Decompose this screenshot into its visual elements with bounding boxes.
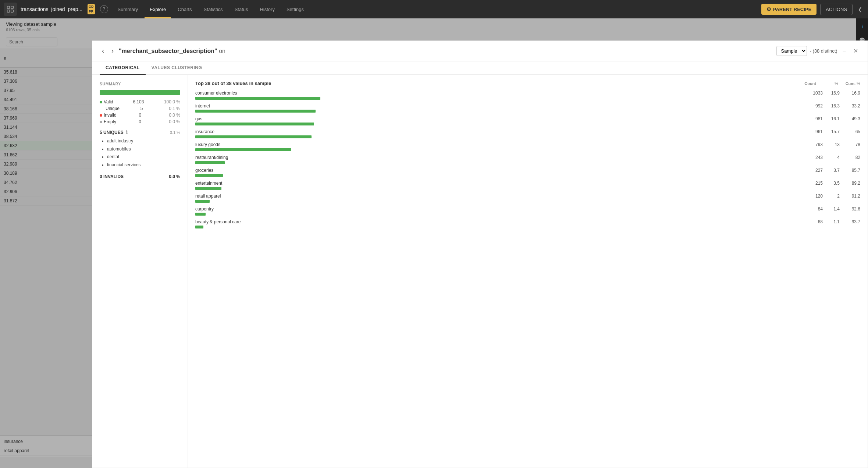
cum-header: Cum. % bbox=[838, 81, 860, 86]
value-name: luxury goods bbox=[195, 142, 802, 147]
value-count: 215 bbox=[804, 181, 823, 186]
value-cum: 93.7 bbox=[842, 219, 860, 224]
modal-body: SUMMARY Valid 6,103 100.0 % Unique bbox=[92, 75, 868, 468]
column-analysis-modal: ‹ › "merchant_subsector_description" on … bbox=[92, 40, 868, 468]
value-bar-track bbox=[195, 110, 860, 113]
list-item: automobiles bbox=[107, 145, 180, 153]
tab-statistics[interactable]: Statistics bbox=[199, 0, 228, 18]
value-items-container: consumer electronics 1033 16.9 16.9 inte… bbox=[195, 91, 860, 228]
value-pct: 3.5 bbox=[825, 181, 840, 186]
value-bar bbox=[195, 97, 320, 100]
tab-summary[interactable]: Summary bbox=[113, 0, 143, 18]
value-count: 793 bbox=[804, 142, 823, 147]
value-item: restaurant/dining 243 4 82 bbox=[195, 155, 860, 164]
value-count: 981 bbox=[804, 116, 823, 121]
prev-column-button[interactable]: ‹ bbox=[100, 46, 106, 56]
value-bar bbox=[195, 213, 206, 216]
close-button[interactable]: ✕ bbox=[851, 47, 860, 55]
value-name: carpentry bbox=[195, 206, 802, 212]
value-item: luxury goods 793 13 78 bbox=[195, 142, 860, 151]
value-count: 84 bbox=[804, 206, 823, 212]
summary-title: SUMMARY bbox=[100, 82, 180, 86]
value-bar bbox=[195, 187, 221, 190]
tab-settings[interactable]: Settings bbox=[281, 0, 309, 18]
actions-button[interactable]: ACTIONS bbox=[820, 4, 853, 15]
value-pct: 4 bbox=[825, 155, 840, 160]
valid-row: Valid 6,103 100.0 % bbox=[100, 99, 180, 104]
value-pct: 3.7 bbox=[825, 168, 840, 173]
value-count: 961 bbox=[804, 129, 823, 134]
value-bar-track bbox=[195, 97, 860, 100]
value-bar-track bbox=[195, 200, 860, 203]
tab-history[interactable]: History bbox=[255, 0, 280, 18]
unique-row: Unique 5 0.1 % bbox=[100, 106, 180, 111]
value-count: 992 bbox=[804, 103, 823, 109]
tab-charts[interactable]: Charts bbox=[172, 0, 197, 18]
value-count: 243 bbox=[804, 155, 823, 160]
values-header-title: Top 38 out of 38 values in sample bbox=[195, 81, 794, 86]
badge: GD PR bbox=[88, 4, 95, 14]
app-logo bbox=[4, 3, 17, 16]
app-title: transactions_joined_prep... bbox=[21, 6, 82, 12]
modal-title: "merchant_subsector_description" on bbox=[119, 48, 773, 54]
value-pct: 16.3 bbox=[825, 103, 840, 109]
value-item: insurance 961 15.7 65 bbox=[195, 129, 860, 138]
value-cum: 49.3 bbox=[842, 116, 860, 121]
value-item: gas 981 16.1 49.3 bbox=[195, 116, 860, 125]
value-bar bbox=[195, 200, 210, 203]
top-nav: transactions_joined_prep... GD PR ? Summ… bbox=[0, 0, 868, 18]
value-cum: 91.2 bbox=[842, 194, 860, 199]
tab-status[interactable]: Status bbox=[230, 0, 253, 18]
main-area: Viewing dataset sample 6103 rows, 35 col… bbox=[0, 18, 868, 468]
modal-tabs: CATEGORICAL VALUES CLUSTERING bbox=[92, 61, 868, 75]
value-item: consumer electronics 1033 16.9 16.9 bbox=[195, 91, 860, 100]
values-header-row: Top 38 out of 38 values in sample Count … bbox=[195, 81, 860, 86]
invalid-dot bbox=[100, 114, 102, 117]
list-item: financial services bbox=[107, 161, 180, 169]
tab-values-clustering[interactable]: VALUES CLUSTERING bbox=[146, 61, 208, 75]
value-count: 120 bbox=[804, 194, 823, 199]
summary-panel: SUMMARY Valid 6,103 100.0 % Unique bbox=[92, 75, 188, 468]
svg-rect-1 bbox=[11, 6, 13, 8]
value-bar bbox=[195, 174, 223, 177]
count-header: Count bbox=[794, 81, 816, 86]
value-bar-track bbox=[195, 123, 860, 125]
value-item: retail apparel 120 2 91.2 bbox=[195, 194, 860, 203]
value-name: internet bbox=[195, 103, 802, 109]
value-bar bbox=[195, 110, 316, 113]
value-pct: 16.9 bbox=[825, 91, 840, 96]
uniques-info-icon[interactable]: ℹ bbox=[126, 130, 128, 135]
summary-bar bbox=[100, 90, 180, 95]
sample-select[interactable]: Sample bbox=[776, 46, 807, 56]
value-pct: 13 bbox=[825, 142, 840, 147]
svg-rect-2 bbox=[7, 10, 10, 12]
value-name: entertainment bbox=[195, 181, 802, 186]
value-count: 68 bbox=[804, 219, 823, 224]
parent-recipe-button[interactable]: ⚙ PARENT RECIPE bbox=[761, 4, 817, 15]
tab-categorical[interactable]: CATEGORICAL bbox=[100, 61, 146, 75]
svg-rect-3 bbox=[11, 10, 13, 12]
value-bar-track bbox=[195, 174, 860, 177]
help-icon[interactable]: ? bbox=[100, 5, 108, 13]
collapse-nav-icon[interactable]: ❮ bbox=[855, 5, 864, 14]
tab-explore[interactable]: Explore bbox=[145, 0, 171, 18]
value-bar-track bbox=[195, 148, 860, 151]
value-item: beauty & personal care 68 1.1 93.7 bbox=[195, 219, 860, 228]
empty-row: Empty 0 0.0 % bbox=[100, 119, 180, 124]
summary-bar-container bbox=[100, 90, 180, 95]
value-pct: 15.7 bbox=[825, 129, 840, 134]
value-item: entertainment 215 3.5 89.2 bbox=[195, 181, 860, 190]
value-item: groceries 227 3.7 85.7 bbox=[195, 168, 860, 177]
value-item: internet 992 16.3 33.2 bbox=[195, 103, 860, 113]
list-item: adult industry bbox=[107, 137, 180, 145]
value-bar bbox=[195, 226, 203, 228]
values-panel: Top 38 out of 38 values in sample Count … bbox=[188, 75, 868, 468]
value-bar-track bbox=[195, 213, 860, 216]
minimize-button[interactable]: − bbox=[840, 47, 848, 55]
pct-header: % bbox=[816, 81, 838, 86]
invalid-row: Invalid 0 0.0 % bbox=[100, 113, 180, 118]
invalids-row: 0 INVALIDS 0.0 % bbox=[100, 174, 180, 179]
value-bar-track bbox=[195, 161, 860, 164]
value-count: 227 bbox=[804, 168, 823, 173]
next-column-button[interactable]: › bbox=[109, 46, 116, 56]
